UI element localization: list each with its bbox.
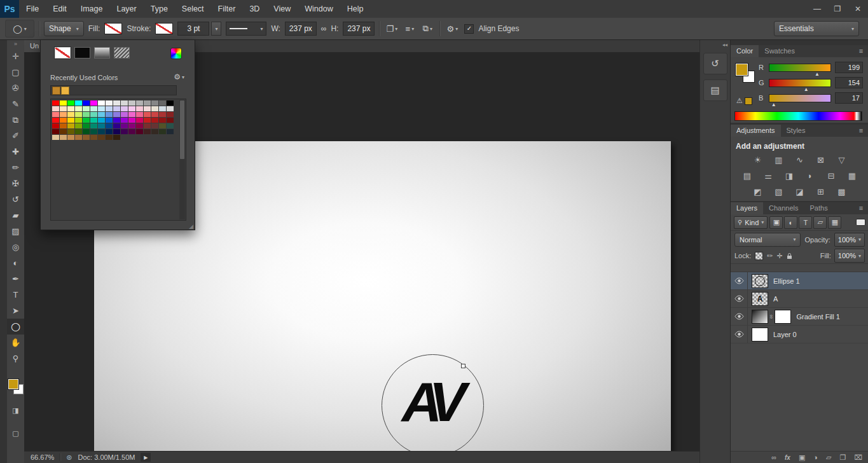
layer-row[interactable]: AA	[731, 290, 868, 308]
color-swatch[interactable]	[90, 129, 97, 134]
quick-mask-button[interactable]: ◨	[7, 403, 24, 417]
color-swatch[interactable]	[144, 129, 151, 134]
exposure-icon[interactable]: ⊠	[813, 154, 829, 166]
color-spectrum-ramp[interactable]	[734, 111, 862, 121]
menu-window[interactable]: Window	[298, 0, 340, 18]
layer-row[interactable]: ∞Gradient Fill 1	[731, 308, 868, 326]
color-swatch[interactable]	[90, 106, 97, 111]
stroke-color-swatch[interactable]	[155, 23, 173, 34]
color-swatch[interactable]	[60, 106, 67, 111]
history-brush-tool-icon[interactable]: ↺	[7, 191, 24, 207]
color-swatch[interactable]	[75, 123, 82, 128]
ellipse-shape-path[interactable]: AV	[382, 354, 484, 457]
color-swatch[interactable]	[106, 118, 113, 123]
expand-panels-button[interactable]: ◂◂	[700, 40, 730, 49]
workspace-select[interactable]: Essentials ▾	[774, 21, 859, 36]
color-swatch[interactable]	[159, 123, 166, 128]
color-swatch[interactable]	[128, 118, 135, 123]
lasso-tool-icon[interactable]: ✇	[7, 80, 24, 96]
swatch-scrollbar[interactable]	[179, 100, 185, 219]
color-swatch[interactable]	[83, 129, 90, 134]
lock-image-pixels-icon[interactable]: ✏	[767, 252, 773, 260]
zoom-tool-icon[interactable]: ⚲	[7, 350, 24, 366]
channel-value-field[interactable]: 17	[835, 92, 863, 104]
menu-type[interactable]: Type	[144, 0, 175, 18]
visibility-eye-icon[interactable]	[731, 272, 748, 289]
vibrance-icon[interactable]: ▽	[834, 154, 850, 166]
color-swatch[interactable]	[90, 100, 97, 106]
fill-color-swatch[interactable]	[104, 23, 122, 34]
color-swatch[interactable]	[121, 106, 128, 111]
properties-panel-icon[interactable]: ▤	[703, 79, 727, 101]
color-swatch[interactable]	[106, 135, 113, 140]
zoom-level-field[interactable]: 66.67%	[31, 453, 54, 461]
opacity-field[interactable]: 100% ▾	[834, 233, 865, 247]
color-swatch[interactable]	[136, 112, 143, 117]
add-layer-mask-icon[interactable]: ▣	[799, 453, 805, 462]
gradient-fill-button[interactable]	[94, 47, 110, 59]
channel-mixer-icon[interactable]: ⊟	[823, 170, 839, 182]
channel-slider[interactable]: ▲	[769, 64, 831, 72]
layer-fill-field[interactable]: 100% ▾	[834, 249, 865, 263]
color-swatch[interactable]	[167, 123, 174, 128]
color-swatch[interactable]	[98, 118, 105, 123]
posterize-icon[interactable]: ▧	[771, 186, 787, 198]
color-lookup-icon[interactable]: ▦	[844, 170, 860, 182]
color-swatch[interactable]	[98, 129, 105, 134]
color-swatch[interactable]	[113, 118, 120, 123]
color-swatch[interactable]	[106, 106, 113, 111]
move-tool-icon[interactable]: ✛	[7, 48, 24, 64]
color-swatch[interactable]	[60, 129, 67, 134]
blend-mode-select[interactable]: Normal ▾	[734, 233, 801, 247]
color-swatch[interactable]	[144, 118, 151, 123]
tool-mode-select[interactable]: Shape ▾	[44, 21, 84, 36]
new-group-icon[interactable]: ▱	[826, 453, 831, 462]
menu-file[interactable]: File	[19, 0, 46, 18]
panel-menu-icon[interactable]: ≡	[853, 125, 868, 137]
color-swatch[interactable]	[67, 106, 74, 111]
color-swatch[interactable]	[144, 100, 151, 106]
close-button[interactable]: ✕	[848, 0, 868, 18]
align-edges-checkbox[interactable]: ✓	[464, 24, 474, 34]
menu-view[interactable]: View	[266, 0, 298, 18]
photo-filter-icon[interactable]: ◗	[803, 170, 818, 182]
color-swatch[interactable]	[83, 118, 90, 123]
filter-shape-layers-icon[interactable]: ▱	[813, 216, 827, 229]
color-swatch[interactable]	[167, 118, 174, 123]
color-swatch[interactable]	[151, 100, 158, 106]
tab-channels[interactable]: Channels	[763, 202, 804, 214]
filter-smart-objects-icon[interactable]: ▦	[828, 216, 841, 229]
color-swatch[interactable]	[90, 118, 97, 123]
color-swatch[interactable]	[60, 118, 67, 123]
color-swatch[interactable]	[75, 112, 82, 117]
threshold-icon[interactable]: ◪	[792, 186, 808, 198]
color-swatch[interactable]	[98, 123, 105, 128]
crop-tool-icon[interactable]: ⧉	[7, 112, 24, 128]
color-swatch[interactable]	[121, 100, 128, 106]
color-swatch[interactable]	[159, 106, 166, 111]
layer-style-icon[interactable]: fx	[785, 454, 790, 461]
gradient-tool-icon[interactable]: ▨	[7, 223, 24, 239]
stroke-style-select[interactable]: ▾	[226, 22, 266, 36]
color-swatch[interactable]	[128, 129, 135, 134]
new-layer-icon[interactable]: ❐	[839, 453, 846, 462]
color-swatch[interactable]	[106, 129, 113, 134]
lock-position-icon[interactable]: ✛	[777, 252, 783, 260]
color-swatch[interactable]	[144, 112, 151, 117]
shape-height-input[interactable]: 237 px	[343, 22, 375, 36]
color-swatch[interactable]	[128, 100, 135, 106]
dodge-tool-icon[interactable]: ◐	[7, 255, 24, 271]
color-swatch[interactable]	[167, 106, 174, 111]
blur-tool-icon[interactable]: ◎	[7, 239, 24, 255]
tab-styles[interactable]: Styles	[781, 125, 811, 137]
color-swatch[interactable]	[136, 129, 143, 134]
collapse-tools-button[interactable]: »	[14, 40, 17, 48]
color-swatch[interactable]	[159, 112, 166, 117]
type-tool-icon[interactable]: T	[7, 287, 24, 303]
color-swatch[interactable]	[136, 118, 143, 123]
menu-image[interactable]: Image	[74, 0, 110, 18]
color-swatch[interactable]	[52, 106, 59, 111]
color-swatch[interactable]	[128, 112, 135, 117]
menu-select[interactable]: Select	[175, 0, 211, 18]
lock-transparent-pixels-icon[interactable]	[755, 252, 763, 260]
